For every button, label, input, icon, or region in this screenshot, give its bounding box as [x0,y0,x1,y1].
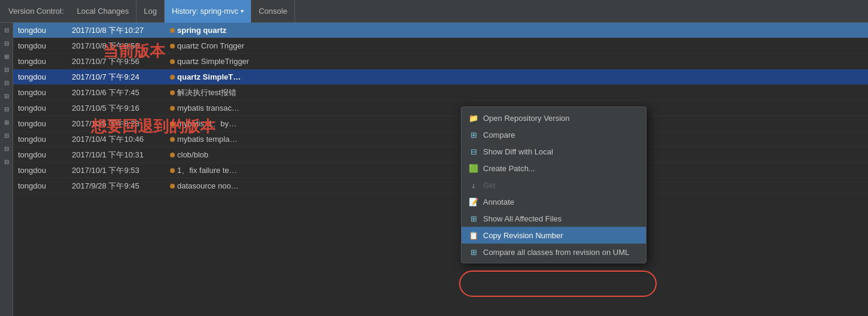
tab-console-label: Console [259,7,287,16]
tab-console[interactable]: Console [251,0,295,23]
table-row[interactable]: tongdou 2017/10/7 下午9:56 quartz SimpleTr… [13,54,868,69]
gutter-icon-9: ⊟ [2,130,11,140]
row-dot [168,75,177,80]
row-dot [168,137,177,142]
row-date: 2017/9/28 下午9:45 [72,181,168,192]
row-dot [168,44,177,48]
folder-icon: 📁 [469,113,478,123]
row-date: 2017/10/5 下午8:28 [72,118,168,129]
table-row[interactable]: tongdou 2017/9/28 下午9:45 datasource noo… [13,178,868,194]
row-message: quartz Cron Trigger [177,41,863,50]
menu-label-copy-revision: Copy Revision Number [483,231,639,240]
row-author: tongdou [18,181,72,190]
menu-label-compare-uml: Compare all classes from revision on UML [483,248,639,257]
row-date: 2017/10/7 下午9:24 [72,72,168,83]
row-author: tongdou [18,104,72,113]
menu-label-show-diff: Show Diff with Local [483,147,639,156]
menu-item-annotate[interactable]: 📝 Annotate [462,193,646,210]
table-row[interactable]: tongdou 2017/10/5 下午9:16 mybatis transac… [13,101,868,116]
diff-icon: ⊟ [469,147,478,156]
table-row[interactable]: tongdou 2017/10/1 下午10:31 clob/blob [13,147,868,163]
gutter-icon-6: ⊟ [2,91,11,101]
row-author: tongdou [18,72,72,81]
menu-item-copy-revision[interactable]: 📋 Copy Revision Number [462,227,646,244]
tab-local-changes[interactable]: Local Changes [70,0,137,23]
row-date: 2017/10/1 下午10:31 [72,150,168,160]
tab-bar: Version Control: Local Changes Log Histo… [0,0,868,23]
gutter-icon-5: ⊟ [2,78,11,87]
menu-label-annotate: Annotate [483,198,639,206]
row-author: tongdou [18,26,72,35]
tab-local-changes-label: Local Changes [77,7,129,16]
tab-log-label: Log [144,7,157,16]
row-date: 2017/10/7 下午9:56 [72,56,168,67]
tab-history-label: History: spring-mvc [172,7,238,16]
row-author: tongdou [18,119,72,128]
gutter-icon-3: ⊞ [2,51,11,61]
menu-label-open-repo: Open Repository Version [483,114,639,123]
menu-label-get: Get [483,181,639,190]
gutter-icon-11: ⊟ [2,157,11,166]
row-dot [168,28,177,33]
row-author: tongdou [18,135,72,144]
row-dot [168,90,177,95]
row-dot [168,59,177,64]
row-dot [168,153,177,157]
menu-label-show-affected: Show All Affected Files [483,214,639,223]
menu-label-create-patch: Create Patch... [483,164,639,173]
row-author: tongdou [18,57,72,66]
tab-history[interactable]: History: spring-mvc ▾ [165,0,251,23]
table-row[interactable]: tongdou 2017/10/1 下午9:53 1、fix failure t… [13,163,868,178]
row-dot [168,184,177,189]
row-author: tongdou [18,41,72,50]
menu-item-show-affected[interactable]: ⊞ Show All Affected Files [462,210,646,227]
table-row[interactable]: tongdou 2017/10/8 下午8:56 quartz Cron Tri… [13,38,868,54]
gutter-icon-4: ⊟ [2,65,11,74]
row-date: 2017/10/1 下午9:53 [72,165,168,176]
menu-item-open-repo[interactable]: 📁 Open Repository Version [462,110,646,126]
version-control-label: Version Control: [5,7,68,16]
copy-icon: 📋 [469,230,478,240]
row-date: 2017/10/5 下午9:16 [72,103,168,114]
row-author: tongdou [18,88,72,97]
main-area: ⊟ ⊟ ⊞ ⊟ ⊟ ⊟ ⊟ ⊞ ⊟ ⊟ ⊟ 当前版本 想要回退到的版本 tong… [0,23,868,316]
row-message: spring quartz [177,26,863,35]
row-author: tongdou [18,166,72,175]
menu-item-get[interactable]: ↓ Get [462,177,646,193]
row-date: 2017/10/4 下午10:46 [72,134,168,145]
red-circle-annotation [459,271,657,297]
table-row[interactable]: tongdou 2017/10/5 下午8:28 mybatis: 1、by… [13,116,868,132]
compare-uml-icon: ⊞ [469,247,478,257]
row-message: quartz SimpleT… [177,72,863,81]
table-row[interactable]: tongdou 2017/10/6 下午7:45 解决执行test报错 [13,85,868,101]
gutter-icon-7: ⊟ [2,104,11,114]
table-row[interactable]: tongdou 2017/10/8 下午10:27 spring quartz [13,23,868,38]
row-message: 解决执行test报错 [177,87,863,98]
gutter-icon-1: ⊟ [2,25,11,35]
patch-icon: 🟩 [469,163,478,173]
get-icon: ↓ [469,180,478,190]
menu-item-create-patch[interactable]: 🟩 Create Patch... [462,160,646,177]
table-row[interactable]: tongdou 2017/10/4 下午10:46 mybatis templa… [13,132,868,147]
row-date: 2017/10/8 下午8:56 [72,41,168,51]
row-dot [168,106,177,111]
menu-label-compare: Compare [483,130,639,139]
gutter-icon-2: ⊟ [2,38,11,48]
menu-item-compare-uml[interactable]: ⊞ Compare all classes from revision on U… [462,244,646,260]
row-dot [168,121,177,126]
tab-log[interactable]: Log [136,0,165,23]
left-gutter: ⊟ ⊟ ⊞ ⊟ ⊟ ⊟ ⊟ ⊞ ⊟ ⊟ ⊟ [0,23,13,316]
table-row[interactable]: tongdou 2017/10/7 下午9:24 quartz SimpleT… [13,69,868,85]
gutter-icon-8: ⊞ [2,117,11,127]
menu-item-compare[interactable]: ⊞ Compare [462,126,646,143]
context-menu: 📁 Open Repository Version ⊞ Compare ⊟ Sh… [461,107,647,263]
menu-item-show-diff[interactable]: ⊟ Show Diff with Local [462,143,646,160]
row-dot [168,168,177,173]
gutter-icon-10: ⊟ [2,144,11,153]
compare-icon: ⊞ [469,130,478,139]
annotate-icon: 📝 [469,197,478,206]
row-date: 2017/10/8 下午10:27 [72,25,168,36]
row-author: tongdou [18,150,72,159]
tab-history-dropdown-arrow: ▾ [241,8,244,14]
row-message: quartz SimpleTrigger [177,57,863,66]
